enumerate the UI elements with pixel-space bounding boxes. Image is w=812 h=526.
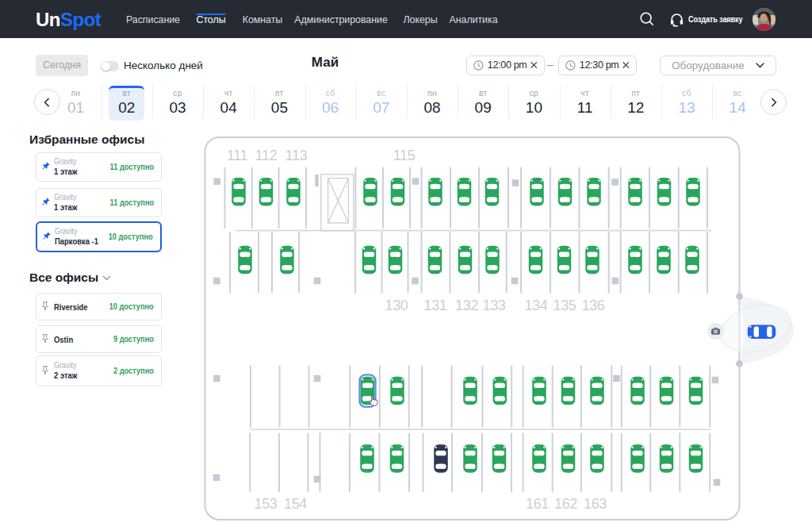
svg-text:161: 161	[526, 496, 549, 512]
svg-text:136: 136	[582, 298, 605, 313]
svg-text:154: 154	[284, 496, 307, 512]
svg-text:130: 130	[385, 298, 408, 313]
svg-text:162: 162	[554, 496, 577, 512]
svg-text:153: 153	[255, 496, 278, 512]
svg-text:131: 131	[424, 298, 447, 313]
svg-text:111: 111	[227, 148, 248, 163]
svg-text:132: 132	[455, 298, 478, 313]
svg-text:134: 134	[525, 298, 548, 313]
svg-text:135: 135	[553, 298, 576, 313]
svg-text:112: 112	[255, 148, 278, 163]
svg-text:115: 115	[393, 148, 416, 163]
svg-text:133: 133	[483, 298, 506, 313]
svg-text:113: 113	[285, 148, 308, 163]
svg-text:163: 163	[584, 496, 607, 512]
